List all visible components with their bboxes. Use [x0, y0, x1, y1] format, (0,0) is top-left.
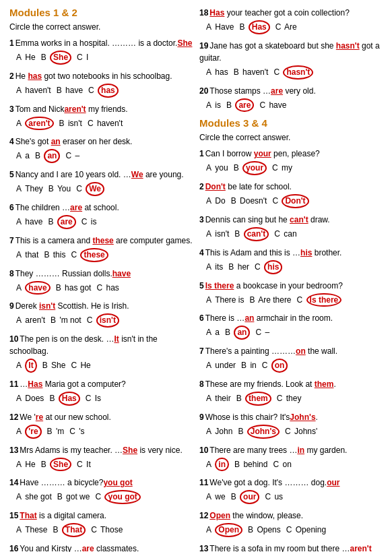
question: 1Can I borrow your pen, please? A youB y…	[199, 148, 383, 175]
option-letter: A	[206, 100, 211, 110]
question: 4She's got an eraser on her desk. A aB a…	[9, 135, 193, 163]
answer-row: A There isB Are thereC Is there	[206, 293, 383, 307]
option-letter: A	[16, 492, 22, 501]
option-letter: A	[16, 315, 22, 325]
q-text-after: a bookcase in your bedroom?	[234, 281, 342, 290]
question: 20Those stamps …are very old. A isB areC…	[199, 85, 383, 113]
option-letter: B	[225, 328, 230, 337]
q-num: 15	[9, 511, 18, 520]
right-questions2: 1Can I borrow your pen, please? A youB y…	[199, 148, 383, 552]
option-letter: B	[234, 67, 239, 77]
answer-option: A has	[206, 66, 228, 78]
correct-answer: can't	[244, 227, 269, 241]
option-text: These	[25, 525, 47, 534]
correct-answer: She	[50, 51, 71, 65]
left-section-title: Modules 1 & 2	[9, 7, 193, 18]
answer-inline: these	[92, 236, 113, 245]
correct-answer: his	[264, 260, 282, 274]
option-letter: B	[239, 22, 244, 32]
answer-option: C you got	[95, 490, 140, 504]
answer-row: A haveB has gotC has	[16, 281, 193, 295]
answer-inline: them	[315, 379, 334, 389]
q-num: 8	[199, 379, 204, 389]
answer-inline: re	[36, 412, 43, 422]
answer-option: A Have	[206, 21, 234, 33]
answer-inline: isn't	[39, 301, 55, 311]
option-text: aren't	[25, 315, 45, 325]
q-text-after: classmates.	[94, 544, 139, 552]
correct-answer: them	[245, 392, 271, 406]
answer-option: A is	[206, 99, 221, 111]
option-text: behind	[243, 460, 267, 469]
q-num: 19	[199, 41, 208, 51]
q-text-after: brother.	[312, 248, 341, 257]
answer-option: A its	[206, 261, 223, 273]
answer-row: A aren'tB isn'tC haven't	[16, 117, 193, 131]
q-text-before: These are my friends. Look at	[205, 379, 315, 389]
q-text-before: We've got a dog. It's ……… dog.	[209, 478, 327, 487]
correct-answer: It	[25, 359, 36, 373]
option-text: is	[215, 100, 221, 110]
option-letter: C	[286, 525, 292, 534]
option-letter: C	[69, 427, 75, 436]
answer-inline: Open	[209, 511, 230, 520]
option-letter: C	[87, 315, 93, 325]
option-letter: C	[91, 525, 97, 534]
option-letter: C	[297, 295, 303, 305]
q-num: 7	[9, 236, 14, 245]
answer-option: A aren't	[16, 117, 54, 131]
correct-answer: Has	[249, 20, 270, 34]
q-num: 1	[199, 149, 204, 158]
right-instruction: Circle the correct answer.	[199, 133, 383, 142]
q-text-before: You and Kirsty …	[20, 544, 81, 552]
correct-answer: your	[242, 161, 267, 175]
q-text-after: the wall.	[306, 346, 337, 356]
option-letter: C	[275, 22, 282, 32]
answer-option: C on	[273, 458, 291, 470]
option-text: –	[265, 328, 269, 337]
option-letter: C	[255, 262, 261, 272]
option-text: isn't	[68, 119, 82, 128]
answer-option: A under	[206, 359, 236, 371]
option-text: Johns'	[294, 427, 317, 436]
answer-row: A haven'tB haveC has	[16, 84, 193, 98]
q-num: 20	[199, 86, 208, 96]
answer-inline: have	[112, 269, 131, 278]
answer-row: A itsB herC his	[206, 260, 383, 274]
option-text: –	[75, 151, 79, 160]
q-text-before: This is Adam and this is …	[205, 248, 300, 257]
q-num: 6	[9, 203, 14, 212]
answer-inline: your	[254, 149, 271, 158]
answer-option: C us	[265, 491, 283, 503]
option-letter: C	[262, 361, 268, 370]
option-text: they	[286, 394, 302, 403]
option-letter: C	[77, 460, 83, 469]
answer-inline: are	[82, 544, 94, 552]
option-text: I	[86, 53, 88, 62]
answer-option: B John's	[238, 425, 280, 439]
answer-option: A These	[16, 524, 48, 536]
answer-row: A DoesB HasC Is	[16, 392, 193, 406]
answer-inline: are	[70, 203, 82, 212]
option-letter: A	[16, 525, 22, 534]
right-questions-top: 18Has your teacher got a coin collection…	[199, 7, 383, 112]
option-letter: C	[76, 184, 82, 193]
answer-inline: on	[296, 346, 306, 356]
option-letter: A	[206, 196, 211, 206]
q-text-before: Jane has got a skateboard but she	[209, 41, 335, 51]
correct-answer: That	[62, 523, 86, 537]
answer-option: C –	[65, 150, 79, 162]
option-text: 'm not	[59, 315, 81, 325]
q-text-after: are computer games.	[114, 236, 193, 245]
q-text-before: Mrs Adams is my teacher. …	[20, 446, 123, 455]
answer-option: A isn't	[206, 228, 229, 240]
answer-option: C It	[77, 458, 91, 470]
q-num: 11	[199, 478, 208, 487]
answer-option: A He	[16, 458, 36, 470]
option-letter: C	[65, 151, 71, 160]
answer-row: A TheseB ThatC Those	[16, 523, 193, 537]
option-text: has got	[65, 283, 91, 293]
option-letter: A	[206, 427, 211, 436]
option-letter: C	[272, 163, 278, 173]
option-text: that	[25, 250, 38, 259]
